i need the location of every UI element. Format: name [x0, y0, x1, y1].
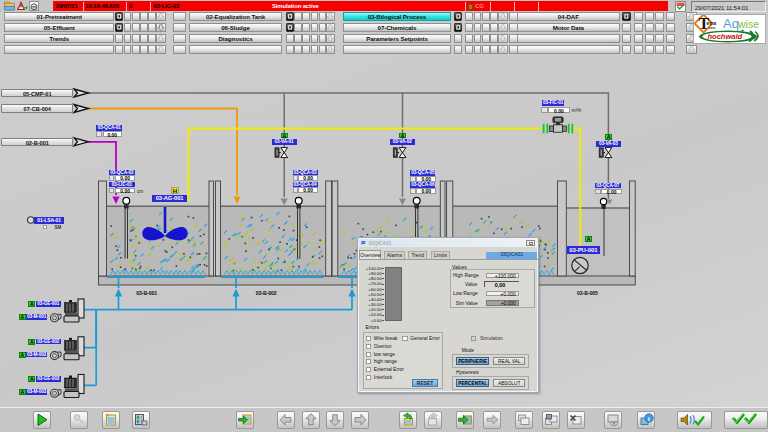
svg-text:i: i: [648, 415, 650, 423]
